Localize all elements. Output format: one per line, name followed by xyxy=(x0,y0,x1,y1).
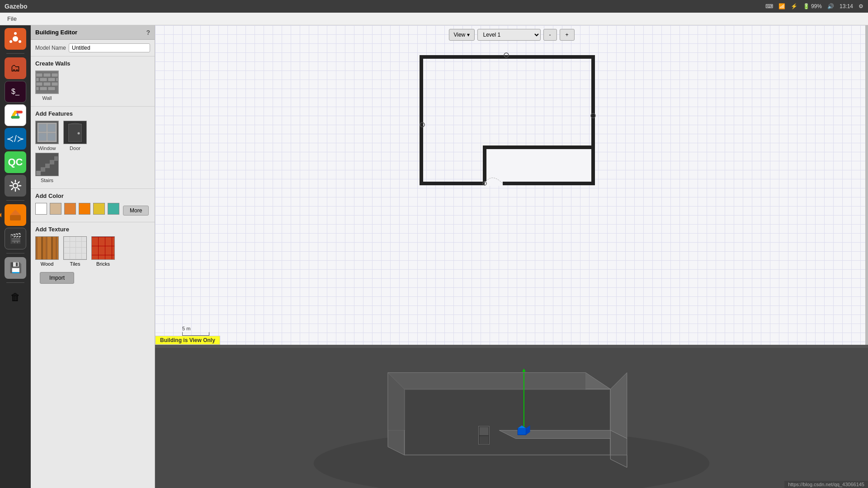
dock-gazebo[interactable] xyxy=(5,204,26,226)
main-layout: 🗂 $_ ≺/≻ QC 🎬 💾 🗑 Building Editor ? Mode… xyxy=(0,25,868,488)
left-dock: 🗂 $_ ≺/≻ QC 🎬 💾 🗑 xyxy=(0,25,31,488)
dock-chrome[interactable] xyxy=(5,104,26,126)
dock-disk[interactable]: 💾 xyxy=(5,257,26,279)
dock-settings[interactable] xyxy=(5,175,26,197)
level-select[interactable]: Level 1 xyxy=(477,29,541,41)
dock-vscode[interactable]: ≺/≻ xyxy=(5,128,26,150)
color-orange-light[interactable] xyxy=(64,203,76,215)
svg-rect-8 xyxy=(10,215,21,221)
features-row: Window Door xyxy=(35,121,150,151)
add-color-title: Add Color xyxy=(35,192,150,199)
create-walls-title: Create Walls xyxy=(35,60,150,67)
color-swatches xyxy=(35,203,119,215)
svg-rect-42 xyxy=(45,164,50,168)
panel-title: Building Editor xyxy=(35,29,77,36)
svg-rect-20 xyxy=(52,82,58,86)
tiles-texture[interactable]: Tiles xyxy=(63,236,87,267)
color-orange[interactable] xyxy=(79,203,90,215)
door-tool[interactable]: Door xyxy=(63,121,87,151)
floorplan xyxy=(394,48,629,220)
dock-ubuntu[interactable] xyxy=(5,28,26,50)
side-panel: Building Editor ? Model Name Create Wall… xyxy=(31,25,155,488)
bricks-texture[interactable]: Bricks xyxy=(91,236,115,267)
stairs-row: Stairs xyxy=(35,153,150,183)
add-texture-title: Add Texture xyxy=(35,226,150,233)
dock-separator-4 xyxy=(6,282,24,283)
create-walls-section: Create Walls xyxy=(31,56,155,106)
svg-point-36 xyxy=(78,132,80,135)
wall-tool[interactable]: Wall xyxy=(35,70,59,101)
color-yellow[interactable] xyxy=(93,203,105,215)
color-teal[interactable] xyxy=(108,203,119,215)
svg-rect-22 xyxy=(48,87,55,90)
svg-rect-21 xyxy=(40,87,47,90)
svg-rect-13 xyxy=(52,73,58,77)
svg-rect-67 xyxy=(479,436,488,444)
wall-tools-row: Wall xyxy=(35,70,150,101)
window-label: Window xyxy=(38,145,56,151)
view-3d[interactable]: https://blog.csdn.net/qq_43066145 xyxy=(155,348,868,488)
keyboard-icon: ⌨ xyxy=(765,3,773,9)
toolbar-2d: View ▾ Level 1 - + xyxy=(448,29,574,41)
bricks-label: Bricks xyxy=(96,261,110,267)
settings-icon[interactable]: ⚙ xyxy=(859,3,863,9)
bricks-icon xyxy=(91,236,115,260)
model-name-row: Model Name xyxy=(31,40,155,56)
svg-rect-12 xyxy=(43,73,51,77)
dock-separator-3 xyxy=(6,253,24,253)
dock-qtcreator[interactable]: QC xyxy=(5,151,26,173)
svg-rect-70 xyxy=(518,428,526,435)
svg-rect-66 xyxy=(479,427,488,435)
bluetooth-icon: ⚡ xyxy=(791,3,797,9)
model-name-label: Model Name xyxy=(35,45,66,51)
zoom-out-button[interactable]: - xyxy=(543,29,557,41)
svg-rect-14 xyxy=(40,78,47,81)
svg-rect-44 xyxy=(50,160,54,164)
texture-row: Wood Tiles Bricks xyxy=(35,236,150,267)
door-icon xyxy=(63,121,87,144)
more-colors-button[interactable]: More xyxy=(123,206,149,216)
model-name-input[interactable] xyxy=(69,43,150,52)
battery-status: 🔋 99% xyxy=(803,3,822,9)
wood-texture[interactable]: Wood xyxy=(35,236,59,267)
window-tool[interactable]: Window xyxy=(35,121,59,151)
svg-point-3 xyxy=(19,40,21,43)
color-white[interactable] xyxy=(35,203,47,215)
drag-handle-right[interactable] xyxy=(865,25,868,345)
svg-rect-11 xyxy=(36,73,42,77)
titlebar: Gazebo ⌨ 📶 ⚡ 🔋 99% 🔊 13:14 ⚙ xyxy=(0,0,868,13)
wood-label: Wood xyxy=(41,261,54,267)
svg-rect-31 xyxy=(39,133,46,141)
svg-rect-17 xyxy=(56,78,58,81)
add-features-section: Add Features xyxy=(31,106,155,188)
titlebar-left: Gazebo xyxy=(5,3,28,10)
color-controls: More xyxy=(35,203,150,218)
menubar: File xyxy=(0,13,868,25)
color-tan[interactable] xyxy=(50,203,61,215)
dock-video[interactable]: 🎬 xyxy=(5,228,26,249)
svg-point-7 xyxy=(13,183,18,188)
titlebar-right: ⌨ 📶 ⚡ 🔋 99% 🔊 13:14 ⚙ xyxy=(765,3,863,9)
3d-scene xyxy=(155,348,868,488)
svg-rect-30 xyxy=(48,124,55,131)
svg-rect-19 xyxy=(43,82,51,86)
view-only-banner: Building is View Only xyxy=(155,336,220,345)
svg-marker-61 xyxy=(405,390,609,454)
add-color-section: Add Color More xyxy=(31,188,155,222)
right-panel: View ▾ Level 1 - + xyxy=(155,25,868,488)
svg-point-2 xyxy=(14,32,17,35)
stairs-tool[interactable]: Stairs xyxy=(35,153,59,183)
dock-terminal[interactable]: $_ xyxy=(5,81,26,103)
svg-rect-40 xyxy=(41,167,45,172)
view-button[interactable]: View ▾ xyxy=(448,29,474,41)
help-button[interactable]: ? xyxy=(146,29,150,36)
view-2d[interactable]: View ▾ Level 1 - + xyxy=(155,25,868,346)
stairs-icon xyxy=(35,153,59,176)
svg-point-4 xyxy=(9,40,12,43)
dock-files[interactable]: 🗂 xyxy=(5,57,26,79)
zoom-in-button[interactable]: + xyxy=(560,29,575,41)
menu-file[interactable]: File xyxy=(5,15,19,22)
svg-rect-46 xyxy=(54,156,58,161)
import-button[interactable]: Import xyxy=(40,272,74,284)
dock-trash[interactable]: 🗑 xyxy=(5,286,26,308)
